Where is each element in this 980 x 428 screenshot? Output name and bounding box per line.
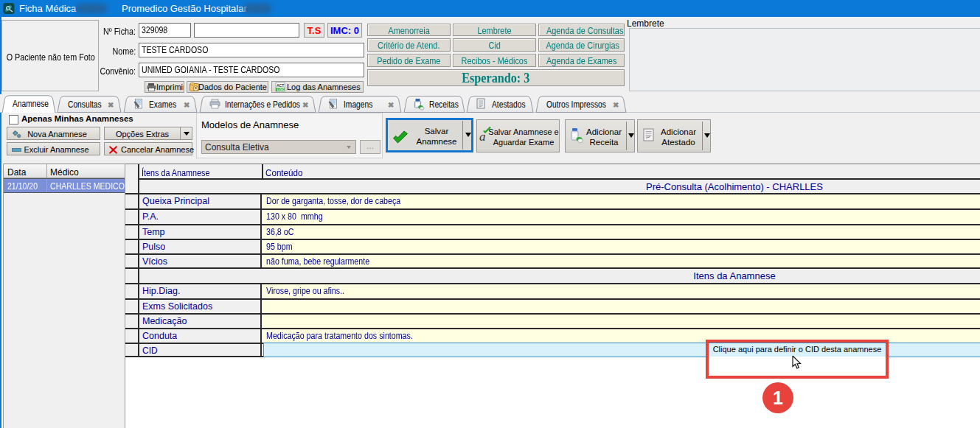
svg-text:ACT: ACT bbox=[277, 83, 284, 88]
svg-text:✖: ✖ bbox=[388, 101, 394, 109]
svg-text:Exames: Exames bbox=[149, 99, 176, 110]
svg-text:Outros Impressos: Outros Impressos bbox=[546, 99, 606, 110]
svg-text:Imagens: Imagens bbox=[344, 99, 372, 110]
svg-text:✖: ✖ bbox=[108, 101, 114, 109]
svg-text:✖: ✖ bbox=[184, 101, 190, 109]
svg-text:Receitas: Receitas bbox=[429, 99, 459, 110]
svg-text:✖: ✖ bbox=[302, 101, 308, 109]
svg-text:LOG: LOG bbox=[277, 88, 285, 92]
svg-text:Internações e Pedidos: Internações e Pedidos bbox=[225, 99, 300, 110]
svg-text:✖: ✖ bbox=[613, 101, 619, 109]
svg-text:Atestados: Atestados bbox=[492, 99, 526, 110]
svg-text:Consultas: Consultas bbox=[68, 99, 102, 110]
svg-text:Anamnese: Anamnese bbox=[13, 99, 49, 109]
